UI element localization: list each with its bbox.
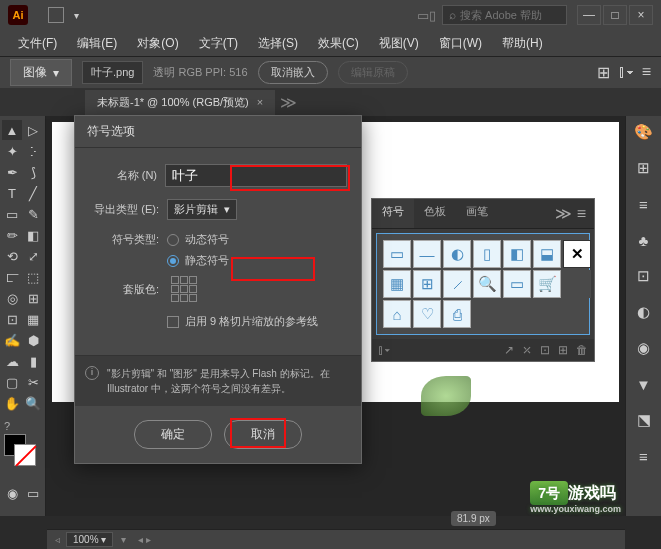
minimize-button[interactable]: — [577, 5, 601, 25]
eyedropper-tool[interactable]: ✍ [2, 330, 22, 350]
break-link-icon[interactable]: ⤫ [522, 343, 532, 357]
shape-builder-tool[interactable]: ◎ [2, 288, 22, 308]
search-input[interactable]: ⌕ [442, 5, 567, 25]
symbol-item[interactable]: ◐ [443, 240, 471, 268]
menu-edit[interactable]: 编辑(E) [69, 31, 125, 56]
ok-button[interactable]: 确定 [134, 420, 212, 449]
draw-mode-icon[interactable]: ◉ [2, 483, 22, 503]
rotate-tool[interactable]: ⟲ [2, 246, 22, 266]
symbol-item[interactable]: — [413, 240, 441, 268]
static-radio[interactable] [167, 255, 179, 267]
symbol-heart-plus-icon[interactable]: ♡ [413, 300, 441, 328]
new-symbol-icon[interactable]: ⊞ [558, 343, 568, 357]
tab-swatches[interactable]: 色板 [414, 199, 456, 228]
chevron-down-icon[interactable]: ▾ [74, 10, 79, 21]
layers-panel-icon[interactable]: ⬔ [632, 408, 656, 432]
width-tool[interactable]: ⫍ [2, 267, 22, 287]
tab-symbols[interactable]: 符号 [372, 199, 414, 228]
symbol-item[interactable]: ⬓ [533, 240, 561, 268]
symbol-rss-icon[interactable]: ⟋ [443, 270, 471, 298]
graphic-styles-icon[interactable]: ▼ [632, 372, 656, 396]
arrange-icons[interactable] [48, 7, 64, 23]
delete-symbol-icon[interactable]: 🗑 [576, 343, 588, 357]
rectangle-tool[interactable]: ▭ [2, 204, 22, 224]
line-tool[interactable]: ╱ [23, 183, 43, 203]
symbol-home-icon[interactable]: ⌂ [383, 300, 411, 328]
grid-icon[interactable]: ⊞ [597, 63, 610, 82]
symbol-item[interactable]: ▯ [473, 240, 501, 268]
appearance-panel-icon[interactable]: ◉ [632, 336, 656, 360]
menu-help[interactable]: 帮助(H) [494, 31, 551, 56]
symbol-item[interactable]: ◧ [503, 240, 531, 268]
symbol-film-icon[interactable]: ⊞ [413, 270, 441, 298]
pen-tool[interactable]: ✒ [2, 162, 22, 182]
symbol-item[interactable]: ▭ [383, 240, 411, 268]
direct-selection-tool[interactable]: ▷ [23, 120, 43, 140]
menu-type[interactable]: 文字(T) [191, 31, 246, 56]
lasso-tool[interactable]: ⴾ [23, 141, 43, 161]
maximize-button[interactable]: □ [603, 5, 627, 25]
symbol-search-icon[interactable]: 🔍 [473, 270, 501, 298]
close-button[interactable]: × [629, 5, 653, 25]
symbol-calendar-icon[interactable]: ▦ [383, 270, 411, 298]
symbol-cart-icon[interactable]: 🛒 [533, 270, 561, 298]
tab-brushes[interactable]: 画笔 [456, 199, 498, 228]
graph-tool[interactable]: ▮ [23, 351, 43, 371]
menu-icon[interactable]: ≡ [642, 63, 651, 82]
swatch-panel-icon[interactable]: ⊞ [632, 156, 656, 180]
registration-grid[interactable] [171, 276, 197, 302]
stroke-panel-icon[interactable]: ≡ [632, 192, 656, 216]
gradient-tool[interactable]: ▦ [23, 309, 43, 329]
menu-effect[interactable]: 效果(C) [310, 31, 367, 56]
place-symbol-icon[interactable]: ↗ [504, 343, 514, 357]
symbol-print-icon[interactable]: ⎙ [443, 300, 471, 328]
brushes-panel-icon[interactable]: ⊡ [632, 264, 656, 288]
slice-tool[interactable]: ✂ [23, 372, 43, 392]
shaper-tool[interactable]: ✏ [2, 225, 22, 245]
symbol-tool[interactable]: ☁ [2, 351, 22, 371]
zoom-tool[interactable]: 🔍 [23, 393, 43, 413]
symbol-card-icon[interactable]: ▭ [503, 270, 531, 298]
eraser-tool[interactable]: ◧ [23, 225, 43, 245]
workspace-icon[interactable]: ▭▯ [417, 8, 436, 23]
dynamic-radio[interactable] [167, 234, 179, 246]
perspective-tool[interactable]: ⊞ [23, 288, 43, 308]
hand-tool[interactable]: ✋ [2, 393, 22, 413]
panel-menu-icon[interactable]: ≫ ≡ [547, 199, 594, 228]
menu-view[interactable]: 视图(V) [371, 31, 427, 56]
transparency-panel-icon[interactable]: ◐ [632, 300, 656, 324]
properties-panel-icon[interactable]: ≡ [632, 444, 656, 468]
symbol-item-close[interactable]: ✕ [563, 240, 591, 268]
menu-object[interactable]: 对象(O) [129, 31, 186, 56]
export-type-select[interactable]: 影片剪辑▾ [167, 199, 237, 220]
zoom-level[interactable]: 100% ▾ [66, 532, 113, 547]
brush-tool[interactable]: ✎ [23, 204, 43, 224]
artboard-tool[interactable]: ▢ [2, 372, 22, 392]
symbol-options-icon[interactable]: ⊡ [540, 343, 550, 357]
mesh-tool[interactable]: ⊡ [2, 309, 22, 329]
color-panel-icon[interactable]: 🎨 [632, 120, 656, 144]
selection-tool[interactable]: ▲ [2, 120, 22, 140]
scale-guides-checkbox[interactable] [167, 316, 179, 328]
tab-nav-icon[interactable]: ≫ [280, 93, 297, 112]
name-input[interactable] [165, 164, 347, 187]
menu-window[interactable]: 窗口(W) [431, 31, 490, 56]
magic-wand-tool[interactable]: ✦ [2, 141, 22, 161]
symbol-grid[interactable]: ▭ — ◐ ▯ ◧ ⬓ ✕ ▦ ⊞ ⟋ 🔍 ▭ 🛒 ⌂ ♡ ⎙ [376, 233, 590, 335]
symbols-panel-icon[interactable]: ♣ [632, 228, 656, 252]
library-icon[interactable]: ⫿▾ [378, 343, 390, 357]
blend-tool[interactable]: ⬢ [23, 330, 43, 350]
close-tab-icon[interactable]: × [257, 96, 263, 108]
list-icon[interactable]: ⫿▾ [618, 63, 634, 82]
document-tab[interactable]: 未标题-1* @ 100% (RGB/预览) × [85, 90, 275, 115]
menu-file[interactable]: 文件(F) [10, 31, 65, 56]
color-swatch[interactable]: ? [2, 418, 43, 468]
image-dropdown[interactable]: 图像▾ [10, 59, 72, 86]
curvature-tool[interactable]: ⟆ [23, 162, 43, 182]
cancel-embed-button[interactable]: 取消嵌入 [258, 61, 328, 84]
menu-select[interactable]: 选择(S) [250, 31, 306, 56]
cancel-button[interactable]: 取消 [224, 420, 302, 449]
free-transform-tool[interactable]: ⬚ [23, 267, 43, 287]
scale-tool[interactable]: ⤢ [23, 246, 43, 266]
screen-mode-icon[interactable]: ▭ [23, 483, 43, 503]
